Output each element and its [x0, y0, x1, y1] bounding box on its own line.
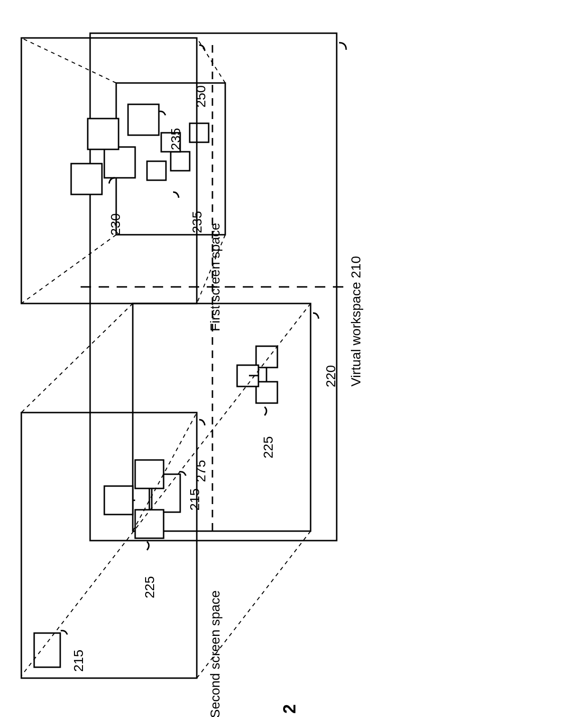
figure-number: FIG. 2: [280, 704, 300, 717]
group-235-in-250: [71, 104, 159, 194]
svg-rect-10: [147, 161, 166, 180]
figure-svg: [0, 0, 588, 717]
group-225-in-220: [237, 346, 277, 403]
item-215-in-second-label: 215: [71, 650, 86, 672]
first-screen-space-ref: 250: [193, 85, 209, 108]
svg-rect-18: [88, 119, 119, 149]
svg-rect-8: [171, 152, 190, 171]
second-screen-space-label: Second screen space: [208, 590, 223, 717]
virtual-workspace-label: Virtual workspace 210: [349, 256, 364, 386]
svg-rect-19: [71, 164, 102, 194]
svg-rect-11: [135, 460, 164, 488]
second-screen-space-ref: 275: [193, 460, 209, 482]
group-225-label: 225: [261, 436, 276, 459]
svg-line-25: [21, 303, 311, 676]
item-215-in-275: [34, 633, 60, 667]
group-235-in-first-label: 235: [168, 128, 184, 150]
svg-rect-7: [190, 123, 209, 142]
svg-rect-2: [256, 346, 277, 368]
svg-rect-17: [104, 147, 135, 178]
svg-rect-13: [104, 486, 133, 515]
group-225-in-275: [104, 460, 164, 538]
item-215-label: 215: [187, 488, 202, 511]
viewport-220-label: 220: [323, 365, 339, 387]
svg-rect-12: [135, 510, 164, 538]
first-screen-space-label: First screen space: [208, 223, 223, 331]
figure-stage: Virtual workspace 210 220 225 215 235 23…: [0, 0, 588, 717]
svg-rect-16: [128, 104, 159, 135]
second-screen-space-rect: [21, 413, 197, 678]
svg-line-22: [21, 235, 116, 303]
viewport-230-label: 230: [108, 213, 123, 236]
svg-line-20: [21, 38, 116, 83]
group-225-in-second-label: 225: [142, 576, 157, 598]
group-235-label: 235: [190, 211, 205, 233]
svg-line-24: [21, 303, 133, 413]
svg-rect-3: [256, 382, 277, 403]
